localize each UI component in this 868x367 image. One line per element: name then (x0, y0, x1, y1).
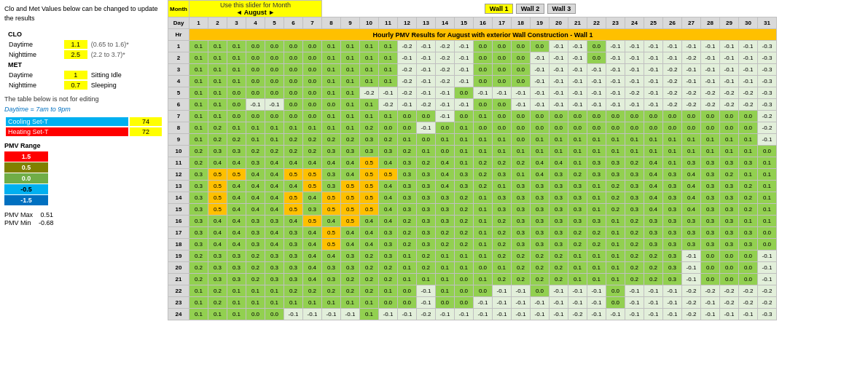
pmv-cell: 0.0 (284, 64, 303, 76)
data-row: 160.30.40.40.30.30.40.50.40.50.40.40.20.… (168, 216, 777, 227)
pmv-cell: 0.0 (739, 122, 758, 134)
pmv-cell: 0.3 (720, 227, 739, 239)
pmv-cell: 0.4 (303, 192, 322, 204)
data-row: 110.20.40.40.30.40.40.40.40.40.50.40.30.… (168, 157, 777, 169)
pmv-cell: 0.3 (663, 274, 682, 285)
pmv-cell: 0.0 (227, 111, 246, 122)
clo-daytime-value[interactable]: 1.1 (64, 40, 87, 49)
pmv-cell: 0.1 (379, 52, 398, 64)
pmv-cell: 0.3 (587, 157, 606, 169)
pmv-cell: 0.1 (739, 134, 758, 146)
pmv-cell: 0.3 (739, 227, 758, 239)
day-number-header: 14 (436, 17, 455, 29)
pmv-cell: -0.1 (568, 285, 587, 297)
slider-span[interactable]: Use this slider for Month◄ August ► (189, 1, 322, 17)
pmv-cell: -0.1 (644, 64, 663, 76)
pmv-cell: 0.3 (208, 146, 227, 157)
met-nighttime-value[interactable]: 0.7 (64, 81, 87, 90)
pmv-cell: 0.3 (189, 227, 208, 239)
pmv-cell: 0.1 (246, 297, 265, 309)
data-row: 190.20.30.30.20.30.30.40.40.30.20.30.10.… (168, 250, 777, 262)
pmv-cell: 0.0 (587, 41, 606, 52)
pmv-cell: -0.2 (663, 76, 682, 87)
pmv-cell: 0.4 (436, 181, 455, 192)
pmv-cell: 0.3 (417, 239, 436, 250)
hr-number: 19 (168, 250, 189, 262)
pmv-cell: -0.1 (606, 87, 625, 99)
pmv-cell: -0.1 (587, 87, 606, 99)
month-control[interactable]: ◄ August ► (192, 9, 318, 16)
pmv-cell: -0.1 (341, 309, 360, 320)
pmv-cell: 0.2 (720, 169, 739, 181)
pmv-cell: 0.0 (227, 99, 246, 111)
data-row: 220.10.20.10.10.10.20.20.20.20.20.10.0-0… (168, 285, 777, 297)
pmv-cell: 0.5 (341, 181, 360, 192)
wall-tab-2[interactable]: Wall 2 (516, 4, 545, 14)
pmv-cell: 0.3 (512, 216, 531, 227)
pmv-cell: -0.2 (739, 285, 758, 297)
pmv-bar-neg1-5: -1.5 (4, 195, 48, 205)
pmv-cell: 0.4 (644, 157, 663, 169)
pmv-cell: 0.3 (398, 192, 417, 204)
pmv-cell: 0.4 (436, 157, 455, 169)
pmv-cell: 0.0 (303, 99, 322, 111)
pmv-cell: 0.1 (208, 111, 227, 122)
pmv-cell: 0.1 (587, 250, 606, 262)
pmv-max-row: PMV Max 0.51 (4, 211, 163, 218)
pmv-cell: 0.0 (606, 111, 625, 122)
pmv-cell: -0.2 (682, 99, 701, 111)
empty-header-cell (322, 1, 341, 17)
wall-tab-1[interactable]: Wall 1 (485, 4, 514, 14)
heating-value[interactable]: 72 (130, 127, 162, 136)
pmv-cell: -0.1 (682, 274, 701, 285)
right-panel[interactable]: MonthUse this slider for Month◄ August ►… (168, 0, 868, 367)
pmv-cell: 0.2 (625, 250, 644, 262)
pmv-cell: -0.1 (587, 297, 606, 309)
pmv-cell: 0.1 (341, 76, 360, 87)
pmv-cell: 0.0 (512, 134, 531, 146)
pmv-cell: -0.1 (568, 41, 587, 52)
hr-number: 18 (168, 239, 189, 250)
day-number-header: 20 (550, 17, 568, 29)
pmv-cell: 0.4 (341, 239, 360, 250)
pmv-results-header: Hourly PMV Results for August with exter… (189, 29, 777, 41)
pmv-cell: 0.1 (587, 146, 606, 157)
cooling-value[interactable]: 74 (130, 117, 162, 126)
hr-number: 4 (168, 76, 189, 87)
data-row: 20.10.10.10.00.00.00.00.10.10.10.1-0.1-0… (168, 52, 777, 64)
met-daytime-value[interactable]: 1 (64, 71, 87, 79)
pmv-cell: -0.1 (417, 52, 436, 64)
pmv-cell: 0.0 (265, 52, 284, 64)
pmv-cell: 0.0 (436, 297, 455, 309)
empty-header-cell (455, 1, 474, 17)
pmv-cell: 0.4 (284, 216, 303, 227)
pmv-cell: 0.0 (587, 122, 606, 134)
pmv-cell: -0.1 (550, 41, 568, 52)
pmv-cell: -0.1 (531, 87, 550, 99)
pmv-cell: 0.0 (663, 122, 682, 134)
hr-number: 8 (168, 122, 189, 134)
pmv-cell: 0.5 (360, 192, 379, 204)
pmv-cell: 0.1 (284, 297, 303, 309)
pmv-cell: 0.0 (606, 297, 625, 309)
pmv-cell: 0.1 (474, 239, 493, 250)
pmv-cell: 0.3 (379, 239, 398, 250)
pmv-cell: 0.2 (512, 262, 531, 274)
pmv-cell: 0.2 (739, 181, 758, 192)
pmv-cell: 0.1 (587, 181, 606, 192)
pmv-cell: 0.3 (208, 262, 227, 274)
day-number-header: 12 (398, 17, 417, 29)
pmv-cell: -0.1 (758, 262, 777, 274)
pmv-cell: 0.1 (322, 111, 341, 122)
month-col-header: Month (168, 1, 189, 17)
pmv-cell: 0.3 (493, 192, 512, 204)
pmv-cell: 0.0 (246, 87, 265, 99)
wall-tab-3[interactable]: Wall 3 (547, 4, 576, 14)
pmv-cell: 0.0 (531, 122, 550, 134)
pmv-cell: -0.2 (436, 41, 455, 52)
clo-nighttime-value[interactable]: 2.5 (64, 50, 87, 59)
pmv-cell: 0.1 (189, 87, 208, 99)
pmv-cell: -0.1 (625, 285, 644, 297)
pmv-cell: 0.2 (625, 262, 644, 274)
empty-header-right (663, 1, 682, 17)
